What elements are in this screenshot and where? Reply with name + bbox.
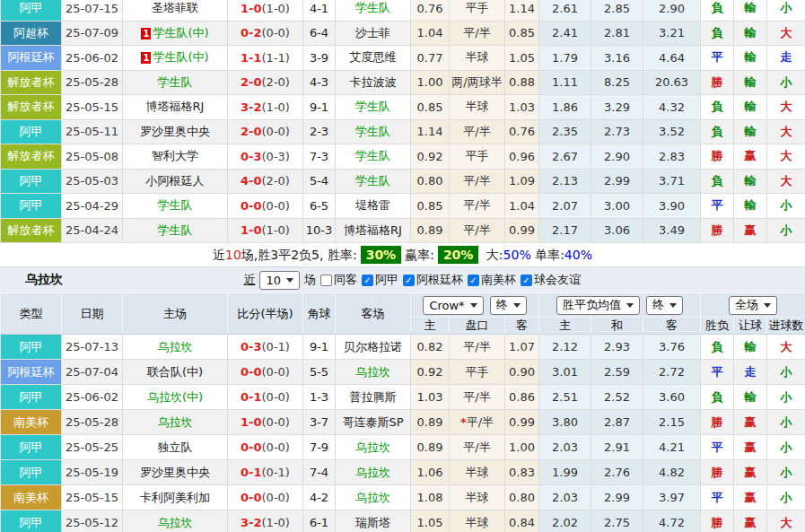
match-date: 25-07-15 bbox=[62, 0, 123, 21]
score-cell: 1-0(0-0) bbox=[228, 410, 303, 435]
ah-home-odds: 0.89 bbox=[411, 218, 450, 243]
away-team: 学生队 bbox=[355, 100, 390, 113]
eu-home-odds: 3.01 bbox=[539, 360, 591, 385]
same-away-checkbox[interactable] bbox=[320, 275, 332, 286]
league-checkbox-0[interactable] bbox=[362, 275, 373, 286]
corner-score: 9-1 bbox=[303, 335, 336, 360]
ah-away-odds: 1.03 bbox=[505, 95, 539, 120]
ah-line: 平手 bbox=[450, 0, 505, 21]
col-header-score: 比分(半场) bbox=[228, 293, 303, 335]
odd-rate-value: 40% bbox=[564, 248, 592, 262]
score-cell: 0-0(0-0) bbox=[228, 194, 303, 219]
eu-home-odds: 2.12 bbox=[539, 335, 591, 360]
ah-away-odds: 1.09 bbox=[505, 169, 539, 194]
eu-away-odds: 3.71 bbox=[643, 169, 701, 194]
match-row: 阿超杯25-07-091学生队(中)0-2(0-0)6-4沙士菲1.04平/半0… bbox=[1, 21, 805, 46]
result-goals: 小 bbox=[767, 410, 805, 435]
match-row: 解放者杯25-05-28学生队2-0(2-0)4-3卡拉波波1.00两/两球半0… bbox=[1, 70, 805, 95]
ah-line: 平手 bbox=[450, 360, 505, 385]
result-handicap: 赢 bbox=[734, 144, 767, 170]
home-team: 学生队(中) bbox=[153, 26, 208, 39]
league-checkbox-label: 阿甲 bbox=[375, 272, 398, 288]
eu-draw-odds: 2.59 bbox=[591, 360, 643, 385]
result-goals: 大 bbox=[767, 95, 805, 120]
match-date: 25-05-12 bbox=[62, 510, 123, 532]
away-team-cell: 瑞斯塔 bbox=[336, 510, 411, 532]
home-team-cell: 博塔福格RJ bbox=[123, 95, 228, 120]
score-cell: 1-0(1-0) bbox=[228, 218, 303, 243]
result-goals: 小 bbox=[767, 485, 805, 510]
match-date: 25-05-11 bbox=[62, 119, 123, 144]
league-badge: 阿甲 bbox=[1, 169, 62, 194]
ah-line: 两/两球半 bbox=[450, 70, 505, 95]
ah-time-select[interactable]: 终 bbox=[490, 296, 527, 315]
ah-away-odds: 0.84 bbox=[505, 510, 539, 532]
result-goals: 小 bbox=[767, 70, 805, 95]
away-team-cell: 贝尔格拉诺 bbox=[336, 335, 411, 360]
league-badge: 解放者杯 bbox=[1, 95, 62, 120]
eu-away-odds: 2.72 bbox=[643, 360, 701, 385]
odds-view-select[interactable]: 胜平负均值 bbox=[556, 296, 640, 315]
ah-line: 平/半 bbox=[450, 385, 505, 410]
away-team: 学生队 bbox=[355, 1, 390, 14]
ah-away-odds: 0.90 bbox=[505, 360, 539, 385]
ah-home-odds: 0.92 bbox=[411, 360, 450, 385]
eu-time-select[interactable]: 终 bbox=[646, 296, 683, 315]
away-team-cell: 乌拉坎 bbox=[336, 435, 411, 460]
games-label: 场 bbox=[304, 272, 316, 288]
score-cell: 0-0(0-0) bbox=[228, 485, 303, 510]
league-checkbox-3[interactable] bbox=[521, 275, 532, 286]
ah-line: 半球 bbox=[450, 46, 505, 71]
result-handicap: 輸 bbox=[734, 0, 767, 21]
away-team-cell: 乌拉坎 bbox=[336, 485, 411, 510]
near-link[interactable]: 近 bbox=[243, 272, 255, 288]
home-team-cell: 卡利阿美利加 bbox=[123, 485, 228, 510]
score-cell: 0-3(0-1) bbox=[228, 335, 303, 360]
match-row: 阿甲25-05-12乌拉坎3-2(1-0)6-1瑞斯塔1.05半球0.842.0… bbox=[1, 510, 805, 532]
result-handicap: 輸 bbox=[734, 335, 767, 360]
home-team: 罗沙里奥中央 bbox=[140, 466, 210, 479]
ah-home-odds: 1.08 bbox=[411, 485, 450, 510]
result-handicap: 輸 bbox=[734, 119, 767, 144]
home-team-cell: 罗沙里奥中央 bbox=[123, 460, 228, 485]
result-goals: 小 bbox=[767, 460, 805, 485]
red-card-badge: 1 bbox=[141, 28, 151, 39]
result-outcome: 平 bbox=[701, 46, 734, 71]
league-checkbox-2[interactable] bbox=[468, 275, 479, 286]
ah-away-odds: 0.86 bbox=[505, 385, 539, 410]
result-goals: 大 bbox=[767, 21, 805, 46]
away-team: 贝尔格拉诺 bbox=[344, 340, 402, 353]
halftime-score: (0-0) bbox=[262, 491, 290, 504]
chevron-down-icon bbox=[669, 303, 677, 308]
result-handicap: 輸 bbox=[734, 385, 767, 410]
chevron-down-icon bbox=[626, 303, 634, 308]
score-cell: 1-0(1-0) bbox=[228, 0, 303, 21]
halftime-score: (0-1) bbox=[262, 340, 290, 353]
result-goals: 大 bbox=[767, 169, 805, 194]
fulltime-score: 2-0 bbox=[241, 125, 262, 138]
ah-line: 半球 bbox=[450, 460, 505, 485]
bookmaker-select[interactable]: Crow* bbox=[423, 296, 483, 315]
ah-line: 平/半 bbox=[450, 119, 505, 144]
eu-time-value: 终 bbox=[652, 297, 664, 313]
home-team-cell: 1学生队(中) bbox=[123, 21, 228, 46]
summary-record-text: 场,胜3平2负5, 胜率: bbox=[241, 248, 357, 262]
team2-section-bar: 乌拉坎 近 10 场 同客 阿甲 阿根廷杯 南美杯 bbox=[0, 266, 805, 292]
league-badge: 阿甲 bbox=[1, 385, 62, 410]
scope-select[interactable]: 全场 bbox=[729, 296, 777, 315]
result-handicap: 輸 bbox=[734, 46, 767, 71]
corner-score: 6-4 bbox=[303, 21, 336, 46]
handicap-rate-badge: 20% bbox=[438, 246, 479, 264]
home-team-cell: 小阿根廷人 bbox=[123, 169, 228, 194]
home-team: 乌拉坎 bbox=[158, 340, 193, 353]
eu-home-odds: 2.41 bbox=[539, 21, 591, 46]
home-team-cell: 智利大学 bbox=[123, 144, 228, 170]
ah-away-odds: 0.80 bbox=[505, 485, 539, 510]
league-checkbox-1[interactable] bbox=[403, 275, 415, 286]
near-count-select[interactable]: 10 bbox=[259, 271, 300, 290]
ah-home-odds: 0.85 bbox=[411, 95, 450, 120]
match-date: 25-05-15 bbox=[62, 485, 123, 510]
match-row: 阿甲25-06-02乌拉坎(中)0-1(0-0)1-3普拉腾斯1.03平/半0.… bbox=[1, 385, 805, 410]
eu-away-odds: 4.64 bbox=[643, 46, 701, 71]
result-handicap: 輸 bbox=[734, 95, 767, 120]
